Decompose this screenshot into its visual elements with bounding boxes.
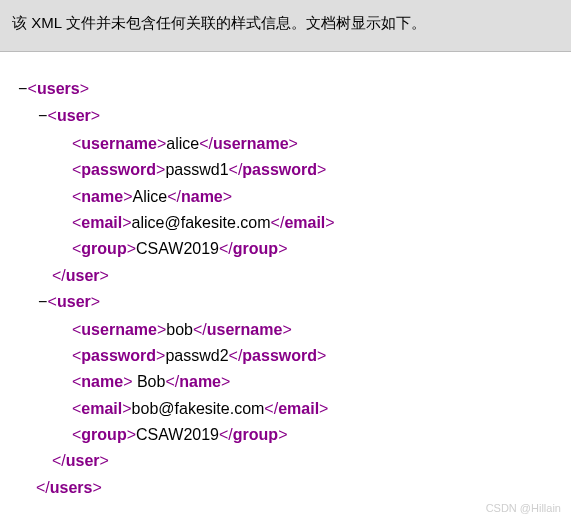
u2-username: <username>bob</username>	[72, 317, 561, 343]
u1-password: <password>passwd1</password>	[72, 157, 561, 183]
users-close: </users>	[36, 475, 561, 501]
collapse-icon[interactable]: −	[18, 77, 28, 103]
u1-group: <group>CSAW2019</group>	[72, 236, 561, 262]
watermark: CSDN @Hillain	[486, 502, 561, 514]
user-2-open: −<user>	[38, 289, 561, 316]
xml-tree: −<users> −<user> <username>alice</userna…	[0, 52, 571, 511]
u1-name: <name>Alice</name>	[72, 184, 561, 210]
u1-email: <email>alice@fakesite.com</email>	[72, 210, 561, 236]
u2-group: <group>CSAW2019</group>	[72, 422, 561, 448]
user-1-close: </user>	[52, 263, 561, 289]
collapse-icon[interactable]: −	[38, 104, 48, 130]
u1-username: <username>alice</username>	[72, 131, 561, 157]
banner-text: 该 XML 文件并未包含任何关联的样式信息。文档树显示如下。	[12, 14, 426, 31]
users-open: −<users>	[18, 76, 561, 103]
info-banner: 该 XML 文件并未包含任何关联的样式信息。文档树显示如下。	[0, 0, 571, 52]
collapse-icon[interactable]: −	[38, 290, 48, 316]
user-1-open: −<user>	[38, 103, 561, 130]
user-2-close: </user>	[52, 448, 561, 474]
u2-email: <email>bob@fakesite.com</email>	[72, 396, 561, 422]
u2-password: <password>passwd2</password>	[72, 343, 561, 369]
u2-name: <name> Bob</name>	[72, 369, 561, 395]
